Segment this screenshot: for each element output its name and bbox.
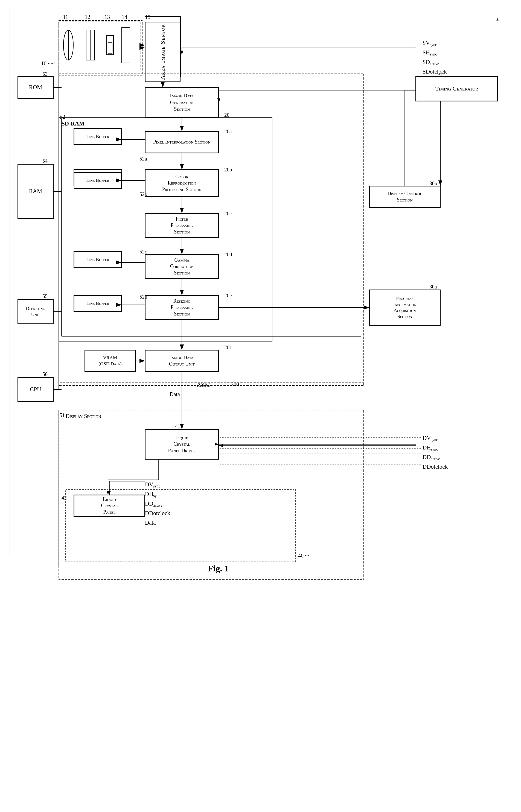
- resizing-box: ResizingProcessingSection: [145, 295, 219, 320]
- resizing-label: ResizingProcessingSection: [171, 298, 193, 317]
- line-buffer-d-box: Line Buffer: [74, 295, 122, 312]
- area-image-sensor-box: Area Image Sensor: [145, 22, 181, 82]
- vram-box: VRAM(OSD Data): [85, 350, 135, 372]
- diagram: 1 11 12 13 14 15 10 ····· Area Image Sen…: [0, 0, 521, 812]
- ref-52: 52: [60, 113, 65, 120]
- svg-rect-6: [107, 36, 113, 55]
- image-data-gen-box: Image DataGenerationSection: [145, 88, 219, 118]
- ref-52d: 52d: [139, 294, 148, 300]
- svg-rect-9: [122, 27, 130, 63]
- filter-proc-box: FilterProcessingSection: [145, 213, 219, 238]
- asic-label: ASIC: [197, 381, 210, 388]
- ref-52c: 52c: [139, 249, 147, 255]
- line-buffer-b-box: Line Buffer: [74, 172, 122, 189]
- color-repro-box: ColorReproductionProcessing Section: [145, 169, 219, 197]
- color-repro-label: ColorReproductionProcessing Section: [162, 173, 202, 193]
- ref-10: 10 ·····: [41, 60, 55, 67]
- ref-200: 200: [231, 381, 239, 388]
- dd-dotclock-top-label: DDotclock: [423, 463, 448, 470]
- data-asic-label: Data: [169, 391, 180, 397]
- cpu-label: CPU: [30, 386, 41, 393]
- timing-generator-label: Timing Generator: [435, 85, 478, 92]
- progress-info-label: ProgressInformationAcquisitionSection: [393, 296, 416, 320]
- data-bot-label: Data: [145, 519, 156, 526]
- gamma-corr-box: GammaCorrectionSection: [145, 254, 219, 279]
- ref-51: 51: [60, 412, 65, 419]
- timing-generator-box: Timing Generator: [416, 76, 498, 101]
- svg-rect-4: [86, 30, 94, 60]
- dd-active-bot-label: DDactive: [145, 500, 162, 508]
- lcd-driver-box: LiquidCrystalPanel Driver: [145, 429, 219, 459]
- area-image-sensor-label: Area Image Sensor: [159, 24, 166, 80]
- ref-41: 41: [175, 423, 180, 430]
- gamma-corr-label: GammaCorrectionSection: [170, 257, 194, 276]
- dh-sync-bot-label: DHsync: [145, 491, 160, 498]
- ref-50: 50: [42, 371, 48, 377]
- ref-30b: 30b: [429, 181, 437, 187]
- dd-dotclock-bot-label: DDotclock: [145, 510, 170, 517]
- ram-label: RAM: [29, 188, 42, 195]
- line-buffer-d-label: Line Buffer: [86, 300, 109, 306]
- ref-11: 11: [63, 14, 68, 20]
- ref-20c: 20c: [224, 210, 232, 217]
- dv-sync-top-label: DVsync: [423, 435, 438, 442]
- image-output-label: Image DataOutput Unit: [169, 355, 195, 368]
- ref-55: 55: [42, 293, 48, 300]
- pixel-interp-box: Pixel Interpolation Section: [145, 131, 219, 153]
- svg-rect-70: [59, 21, 142, 75]
- ref-53: 53: [42, 71, 48, 77]
- lcd-panel-label: LiquidCrystalPanel: [101, 496, 118, 515]
- dh-sync-top-label: DHsync: [423, 444, 438, 452]
- rom-label: ROM: [29, 84, 42, 91]
- ref-42: 42: [62, 495, 67, 501]
- display-control-label: Display ControlSection: [388, 190, 422, 203]
- vram-label: VRAM(OSD Data): [98, 355, 121, 367]
- fig-label: Fig. 1: [208, 563, 229, 574]
- display-section-label: Display Section: [66, 413, 101, 419]
- sdram-label: SD-RAM: [62, 120, 85, 127]
- filter-proc-label: FilterProcessingSection: [171, 216, 193, 235]
- operating-unit-box: OperatingUnit: [18, 299, 53, 324]
- progress-info-box: ProgressInformationAcquisitionSection: [369, 290, 440, 325]
- ram-box: RAM: [18, 164, 53, 219]
- ref-54: 54: [42, 158, 48, 164]
- line-buffer-a-label: Line Buffer: [86, 134, 109, 140]
- svg-rect-10: [59, 22, 141, 71]
- ref-1: 1: [496, 15, 499, 22]
- dv-sync-bot-label: DVsync: [145, 481, 160, 489]
- ref-14: 14: [122, 14, 127, 20]
- svg-point-2: [64, 30, 73, 60]
- dd-active-top-label: DDactive: [423, 454, 440, 461]
- lcd-panel-box: LiquidCrystalPanel: [74, 495, 145, 517]
- ref-15: 15: [145, 14, 151, 20]
- ref-40: 40 ···: [298, 552, 309, 559]
- sv-sync-label: SVsync: [423, 40, 437, 47]
- ref-52a: 52a: [139, 156, 147, 162]
- ref-20d: 20d: [224, 252, 232, 258]
- operating-unit-label: OperatingUnit: [26, 306, 45, 318]
- ref-20e: 20e: [224, 293, 232, 299]
- ref-52b: 52b: [139, 191, 148, 198]
- line-buffer-c-box: Line Buffer: [74, 252, 122, 268]
- ref-30a: 30a: [429, 284, 437, 290]
- display-control-box: Display ControlSection: [369, 186, 440, 208]
- ref-201: 201: [224, 345, 232, 351]
- line-buffer-a-box: Line Buffer: [74, 129, 122, 145]
- pixel-interp-label: Pixel Interpolation Section: [153, 139, 210, 145]
- ref-20a: 20a: [224, 129, 232, 135]
- ref-13: 13: [105, 14, 110, 20]
- cpu-box: CPU: [18, 377, 53, 402]
- image-output-box: Image DataOutput Unit: [145, 350, 219, 372]
- ref-20b: 20b: [224, 167, 232, 173]
- sh-sync-label: SHsync: [423, 49, 437, 56]
- ref-12: 12: [85, 14, 90, 20]
- sd-dotclock-label: SDotclock: [423, 68, 447, 75]
- rom-box: ROM: [18, 76, 53, 98]
- line-buffer-c-label: Line Buffer: [86, 257, 109, 263]
- image-data-gen-label: Image DataGenerationSection: [170, 92, 194, 113]
- ref-20: 20: [224, 112, 229, 118]
- sd-active-label: SDactive: [423, 59, 439, 66]
- svg-rect-8: [108, 42, 112, 53]
- lcd-driver-label: LiquidCrystalPanel Driver: [168, 435, 196, 454]
- line-buffer-b-label: Line Buffer: [86, 178, 109, 183]
